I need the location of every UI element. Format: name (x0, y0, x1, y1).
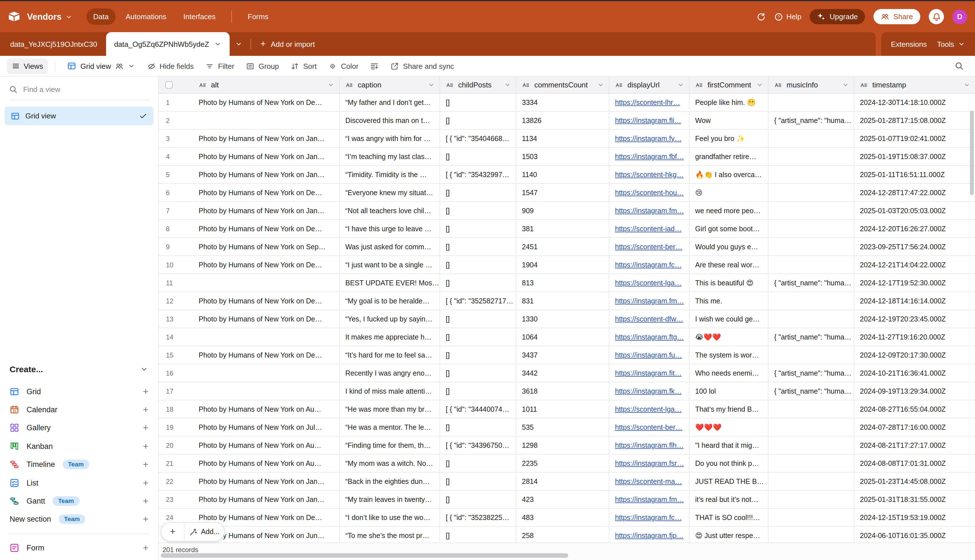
column-header-commentsCount[interactable]: commentsCount (516, 77, 609, 93)
color-button[interactable]: Color (323, 58, 363, 73)
upgrade-button[interactable]: Upgrade (810, 9, 865, 24)
cell-timestamp[interactable]: 2025-01-19T15:08:37.000Z (854, 148, 975, 165)
cell-childPosts[interactable]: [] (439, 184, 516, 201)
url-link[interactable]: https://instagram.fu… (615, 351, 682, 359)
cell-displayUrl[interactable]: https://instagram.fc… (609, 256, 689, 273)
cell-childPosts[interactable]: [] (439, 112, 516, 129)
cell-alt[interactable] (193, 382, 339, 400)
column-header-musicInfo[interactable]: musicInfo (768, 77, 854, 93)
cell-timestamp[interactable]: 2024-12-19T20:23:45.000Z (854, 310, 975, 328)
cell-commentsCount[interactable]: 13826 (516, 112, 609, 129)
url-link[interactable]: https://instagram.flh… (615, 441, 684, 449)
cell-childPosts[interactable]: [] (439, 473, 516, 490)
cell-alt[interactable]: Photo by Humans of New York on Au… (193, 455, 339, 472)
cell-musicInfo[interactable]: { "artist_name": "huma… (768, 328, 854, 346)
url-link[interactable]: https://instagram.fsr… (615, 459, 684, 467)
cell-commentsCount[interactable]: 1064 (516, 328, 609, 346)
tab-interfaces[interactable]: Interfaces (177, 8, 222, 25)
cell-alt[interactable]: Photo by Humans of New York on Jan… (193, 130, 339, 147)
cell-displayUrl[interactable]: https://instagram.fy… (609, 130, 689, 147)
cell-timestamp[interactable]: 2025-01-28T17:15:08.000Z (854, 112, 975, 129)
cell-timestamp[interactable]: 2023-09-25T17:56:24.000Z (854, 238, 975, 255)
cell-timestamp[interactable]: 2025-01-11T16:51:11.000Z (854, 166, 975, 183)
cell-childPosts[interactable]: [] (439, 364, 516, 382)
sidebar-create-gantt[interactable]: GanttTeam+ (0, 492, 158, 510)
cell-firstComment[interactable]: This is beautiful 😍 (689, 274, 768, 292)
cell-displayUrl[interactable]: https://instagram.fm… (609, 202, 689, 219)
share-and-sync-button[interactable]: Share and sync (386, 58, 459, 73)
cell-firstComment[interactable]: 😢 (689, 184, 768, 201)
column-header-childPosts[interactable]: childPosts (439, 77, 516, 93)
cell-alt[interactable]: Photo by Humans of New York on Au… (193, 400, 339, 418)
sidebar-create-kanban[interactable]: Kanban+ (0, 437, 158, 455)
url-link[interactable]: https://scontent-lga… (615, 405, 681, 413)
cell-musicInfo[interactable] (768, 418, 854, 436)
cell-caption[interactable]: “He was more than my br… (339, 400, 439, 418)
add-with-ai-button[interactable]: Add... (185, 523, 224, 541)
tools-button[interactable]: Tools (937, 40, 965, 48)
cell-commentsCount[interactable]: 1547 (516, 184, 609, 201)
cell-childPosts[interactable]: [] (439, 418, 516, 436)
sidebar-create-list[interactable]: List+ (0, 474, 158, 492)
plus-icon[interactable]: + (143, 460, 149, 470)
cell-musicInfo[interactable] (768, 166, 854, 183)
cell-displayUrl[interactable]: https://scontent-ma… (609, 473, 689, 490)
cell-displayUrl[interactable]: https://instagram.fu… (609, 346, 689, 364)
cell-timestamp[interactable]: 2025-01-07T19:02:41.000Z (854, 130, 975, 147)
cell-firstComment[interactable]: The system is wor… (689, 346, 768, 364)
cell-displayUrl[interactable]: https://instagram.fli… (609, 112, 689, 129)
row-number[interactable]: 20 (159, 437, 193, 454)
url-link[interactable]: https://instagram.fbf… (615, 153, 684, 160)
row-number[interactable]: 18 (159, 400, 193, 418)
row-height-button[interactable] (366, 58, 384, 73)
cell-timestamp[interactable]: 2024-08-27T16:55:04.000Z (854, 400, 975, 418)
cell-commentsCount[interactable]: 1503 (516, 148, 609, 165)
cell-firstComment[interactable]: Feel you bro ✨ (689, 130, 768, 147)
cell-commentsCount[interactable]: 3618 (516, 382, 609, 400)
cell-commentsCount[interactable]: 2451 (516, 238, 609, 255)
cell-displayUrl[interactable]: https://instagram.fbf… (609, 148, 689, 165)
column-header-caption[interactable]: caption (339, 77, 439, 93)
cell-childPosts[interactable]: [] (439, 346, 516, 364)
row-number[interactable]: 2 (159, 112, 193, 129)
cell-firstComment[interactable]: I wish we could ge… (689, 310, 768, 328)
cell-commentsCount[interactable]: 813 (516, 274, 609, 292)
cell-timestamp[interactable]: 2024-11-27T19:16:20.000Z (854, 328, 975, 346)
cell-firstComment[interactable]: Wow (689, 112, 768, 129)
cell-musicInfo[interactable] (768, 292, 854, 310)
cell-alt[interactable]: Photo by Humans of New York on Jan… (193, 473, 339, 490)
cell-commentsCount[interactable]: 3437 (516, 346, 609, 364)
cell-alt[interactable] (193, 364, 339, 382)
url-link[interactable]: https://scontent-hkg… (615, 171, 684, 178)
cell-commentsCount[interactable]: 2235 (516, 455, 609, 472)
cell-displayUrl[interactable]: https://instagram.fm… (609, 292, 689, 310)
row-number[interactable]: 6 (159, 184, 193, 201)
cell-alt[interactable]: Photo by Humans of New York on Jan… (193, 148, 339, 165)
cell-firstComment[interactable]: it’s real but it’s not… (689, 491, 768, 508)
cell-displayUrl[interactable]: https://scontent-lga… (609, 274, 689, 292)
cell-displayUrl[interactable]: https://scontent-lga… (609, 400, 689, 418)
cell-timestamp[interactable]: 2024-12-28T17:47:22.000Z (854, 184, 975, 201)
sidebar-create-grid[interactable]: Grid+ (0, 382, 158, 401)
cell-timestamp[interactable]: 2024-12-30T14:18:10.000Z (854, 93, 975, 111)
cell-childPosts[interactable]: [] (439, 148, 516, 165)
add-or-import-button[interactable]: + Add or import (254, 40, 322, 48)
cell-alt[interactable]: Photo by Humans of New York on De… (193, 310, 339, 328)
cell-commentsCount[interactable]: 1140 (516, 166, 609, 183)
cell-firstComment[interactable]: Girl got some boot… (689, 220, 768, 237)
cell-musicInfo[interactable] (768, 202, 854, 219)
cell-firstComment[interactable]: JUST READ THE B… (689, 473, 768, 490)
cell-displayUrl[interactable]: https://instagram.fsr… (609, 455, 689, 472)
row-number[interactable]: 13 (159, 310, 193, 328)
url-link[interactable]: https://scontent-ber… (615, 423, 683, 431)
chevron-down-icon[interactable] (214, 40, 222, 48)
chevron-down-icon[interactable] (502, 81, 511, 88)
cell-musicInfo[interactable] (768, 455, 854, 472)
table-tab-active[interactable]: data_Og5Zq6ZPNhWb5ydeZ (106, 32, 229, 56)
select-all-checkbox[interactable] (165, 81, 173, 88)
url-link[interactable]: https://scontent-lga… (615, 279, 681, 287)
cell-childPosts[interactable]: [] (439, 328, 516, 346)
url-link[interactable]: https://scontent-ma… (615, 477, 682, 485)
cell-firstComment[interactable]: 😭❤️❤️ (689, 328, 768, 346)
cell-musicInfo[interactable]: { "artist_name": "huma… (768, 274, 854, 292)
